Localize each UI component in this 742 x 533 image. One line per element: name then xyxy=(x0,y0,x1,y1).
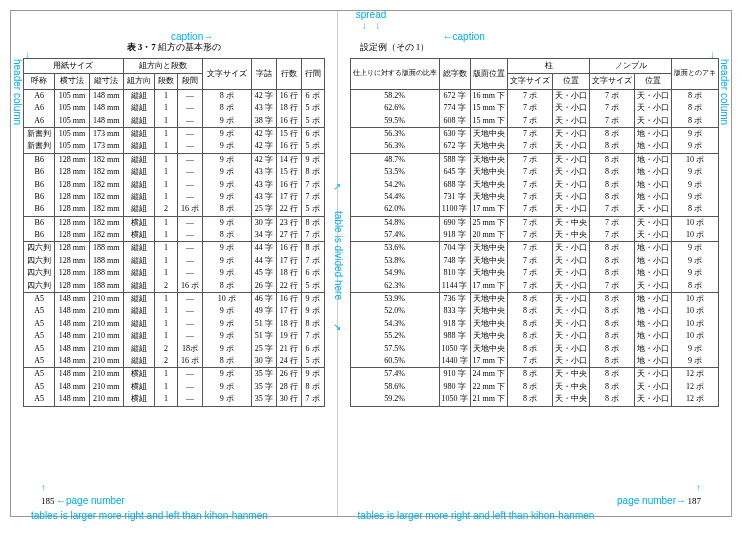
table-cell: 9 ポ xyxy=(672,140,719,153)
table-cell: A6 xyxy=(24,102,55,114)
table-cell: 8 ポ xyxy=(590,242,635,255)
table-cell: 1 xyxy=(155,242,178,255)
table-cell: 1 xyxy=(155,318,178,330)
table-cell: 182 mm xyxy=(89,229,123,242)
table-cell: 1 xyxy=(155,293,178,306)
table-cell: 16 ポ xyxy=(177,355,202,368)
table-cell: 7 ポ xyxy=(590,89,635,102)
table-cell: 672 字 xyxy=(439,140,470,153)
table-cell: 7 ポ xyxy=(590,216,635,229)
table-cell: 24 mm 下 xyxy=(470,368,507,381)
table-cell: 9 ポ xyxy=(202,153,251,166)
table-row: 四六判128 mm188 mm縦組216 ポ8 ポ26 字22 行5 ポ xyxy=(24,280,325,293)
table-cell: 7 ポ xyxy=(508,203,553,216)
table-cell: 7 ポ xyxy=(301,255,324,267)
anno-larger-right: tables is larger more right and left tha… xyxy=(358,510,595,521)
table-cell: 地・小口 xyxy=(635,267,672,279)
table-cell: 54.9% xyxy=(350,267,439,279)
table-cell: 24 行 xyxy=(276,355,301,368)
table-cell: 14 行 xyxy=(276,153,301,166)
table-cell: 8 ポ xyxy=(590,179,635,191)
table-cell: 21 mm 下 xyxy=(470,393,507,406)
table-row: B6128 mm182 mm縦組1—9 ポ43 字16 行7 ポ xyxy=(24,179,325,191)
table-cell: 1 xyxy=(155,255,178,267)
table-cell: 8 ポ xyxy=(202,229,251,242)
table-row: A5148 mm210 mm縦組218ポ9 ポ25 字21 行6 ポ xyxy=(24,343,325,355)
table-cell: 地・小口 xyxy=(635,305,672,317)
table-cell: 748 字 xyxy=(439,255,470,267)
table-cell: 59.2% xyxy=(350,393,439,406)
table-cell: 182 mm xyxy=(89,216,123,229)
table-cell: 15 行 xyxy=(276,166,301,178)
table-cell: 1 xyxy=(155,115,178,128)
table-cell: 天地中央 xyxy=(470,127,507,140)
table-cell: — xyxy=(177,381,202,393)
table-cell: 5 ポ xyxy=(301,102,324,114)
table-cell: 9 ポ xyxy=(202,381,251,393)
table-row: 57.4%918 字20 mm 下7 ポ天・中央7 ポ天・小口10 ポ xyxy=(350,229,718,242)
table-cell: 天地中央 xyxy=(470,330,507,342)
table-cell: 128 mm xyxy=(55,280,89,293)
anno-pagenum-right: page number→ xyxy=(617,495,686,506)
table-cell: 7 ポ xyxy=(508,355,553,368)
table-cell: A6 xyxy=(24,115,55,128)
table-cell: 18 行 xyxy=(276,267,301,279)
table-cell: 1050 字 xyxy=(439,393,470,406)
table-cell: 8 ポ xyxy=(672,280,719,293)
table-cell: 8 ポ xyxy=(301,318,324,330)
table-cell: 62.0% xyxy=(350,203,439,216)
table-row: A6105 mm148 mm縦組1—8 ポ42 字16 行6 ポ xyxy=(24,89,325,102)
table-cell: 天地中央 xyxy=(470,255,507,267)
table-cell: 148 mm xyxy=(55,305,89,317)
table-row: 52.0%833 字天地中央8 ポ天・小口8 ポ地・小口10 ポ xyxy=(350,305,718,317)
table-cell: 9 ポ xyxy=(202,267,251,279)
table-cell: 8 ポ xyxy=(590,191,635,203)
table-cell: 天地中央 xyxy=(470,191,507,203)
table-cell: 9 ポ xyxy=(202,140,251,153)
table-cell: 105 mm xyxy=(55,140,89,153)
table-cell: 8 ポ xyxy=(202,355,251,368)
table-cell: 縦組 xyxy=(123,343,154,355)
table-cell: 地・小口 xyxy=(635,140,672,153)
table-cell: 9 ポ xyxy=(202,115,251,128)
th-h-size: 文字サイズ xyxy=(508,74,553,89)
table-cell: 9 ポ xyxy=(202,179,251,191)
table-cell: — xyxy=(177,127,202,140)
table-cell: 18 行 xyxy=(276,102,301,114)
table-cell: 16 行 xyxy=(276,89,301,102)
table-cell: 128 mm xyxy=(55,267,89,279)
table-cell: 8 ポ xyxy=(508,293,553,306)
table-cell: 62.3% xyxy=(350,280,439,293)
table-cell: 53.8% xyxy=(350,255,439,267)
th-char-size: 文字サイズ xyxy=(202,59,251,90)
table-cell: 6 ポ xyxy=(301,343,324,355)
table-cell: 105 mm xyxy=(55,115,89,128)
table-cell: 天・中央 xyxy=(553,381,590,393)
left-arrow-icon: ← xyxy=(56,495,66,506)
table-cell: 9 ポ xyxy=(202,127,251,140)
table-cell: 210 mm xyxy=(89,343,123,355)
table-cell: 17 行 xyxy=(276,305,301,317)
table-cell: 19 行 xyxy=(276,330,301,342)
table-cell: B6 xyxy=(24,229,55,242)
table-cell: 774 字 xyxy=(439,102,470,114)
table-cell: 57.4% xyxy=(350,229,439,242)
table-cell: 51 字 xyxy=(251,330,276,342)
up-arrow-icon: ↑ xyxy=(41,482,46,493)
table-cell: 9 ポ xyxy=(301,293,324,306)
table-cell: — xyxy=(177,140,202,153)
table-cell: 9 ポ xyxy=(672,179,719,191)
table-cell: 672 字 xyxy=(439,89,470,102)
table-cell: 43 字 xyxy=(251,179,276,191)
table-cell: 34 字 xyxy=(251,229,276,242)
table-cell: 天・小口 xyxy=(635,393,672,406)
table-group: 四六判128 mm188 mm縦組1—9 ポ44 字16 行8 ポ四六判128 … xyxy=(24,242,325,293)
table-cell: B6 xyxy=(24,191,55,203)
table-cell: 9 ポ xyxy=(301,368,324,381)
table-cell: 7 ポ xyxy=(508,216,553,229)
table-cell: 縦組 xyxy=(123,318,154,330)
table-row: A5148 mm210 mm縦組1—10 ポ46 字16 行9 ポ xyxy=(24,293,325,306)
table-cell: 地・小口 xyxy=(635,318,672,330)
table-cell: 15 mm 下 xyxy=(470,102,507,114)
table-cell: 35 字 xyxy=(251,393,276,406)
